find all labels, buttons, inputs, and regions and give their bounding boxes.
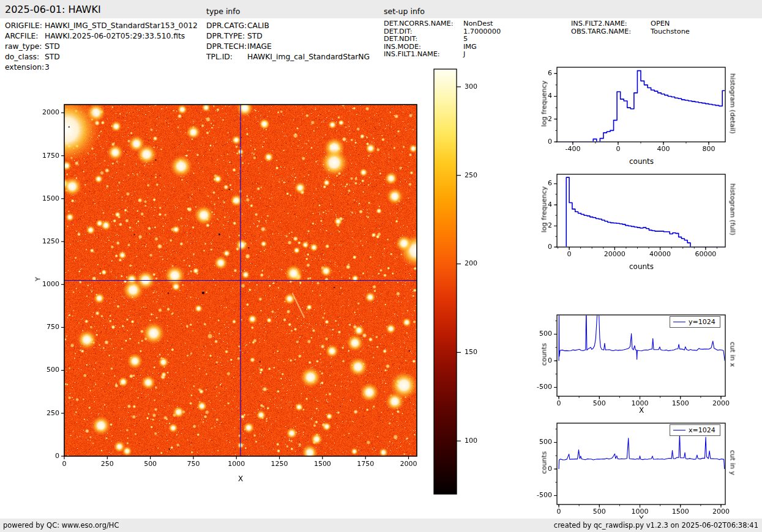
file-info-row: raw_type: STD (5, 42, 198, 52)
header-bar (0, 0, 762, 18)
colorbar (430, 63, 488, 501)
setup-info-row: DET.NCORRS.NAME: NonDest (384, 20, 501, 28)
file-info-row: ARCFILE: HAWKI.2025-06-02T05:29:33.510.f… (5, 31, 198, 42)
field-label: INS.FILT1.NAME: (384, 51, 463, 59)
setup-info-block: DET.NCORRS.NAME: NonDest DET.DIT: 1.7000… (384, 20, 501, 59)
field-label: extension: (5, 62, 45, 73)
histogram-full-right-label: histogram (full) (729, 167, 737, 253)
page-title: 2025-06-01: HAWKI (5, 4, 101, 15)
cut-x-legend: y=1024 (670, 316, 720, 328)
histogram-full-xlabel: counts (611, 262, 672, 271)
field-value: 3 (45, 62, 50, 73)
field-label: DPR.TYPE: (206, 31, 247, 42)
histogram-full-ylabel: log frequency (540, 173, 548, 246)
field-value: 1.7000000 (463, 28, 501, 36)
cut-y-legend: x=1024 (670, 424, 720, 436)
footer-bar: powered by QC: www.eso.org/HC created by… (0, 519, 762, 532)
footer-powered-by: powered by QC: www.eso.org/HC (3, 521, 119, 530)
type-info-row: TPL.ID: HAWKI_img_cal_StandardStarNG (206, 52, 370, 62)
field-value: STD (45, 42, 60, 52)
main-yaxis-label: Y (34, 243, 42, 316)
field-value: HAWKI.2025-06-02T05:29:33.510.fits (45, 31, 185, 42)
field-label: OBS.TARG.NAME: (571, 28, 651, 36)
field-label: ARCFILE: (5, 31, 45, 42)
field-label: TPL.ID: (206, 52, 247, 62)
legend-label: y=1024 (689, 318, 715, 326)
histogram-detail-ylabel: log frequency (540, 67, 548, 141)
legend-label: x=1024 (689, 426, 715, 434)
field-label: raw_type: (5, 42, 45, 52)
setup-info-row: INS.FILT2.NAME: OPEN (571, 20, 690, 28)
file-info-row: ORIGFILE: HAWKI_IMG_STD_StandardStar153_… (5, 21, 198, 31)
cut-y-ylabel: counts (540, 426, 548, 500)
setup-info-row: INS.FILT1.NAME: J (384, 51, 501, 59)
field-value: HAWKI_img_cal_StandardStarNG (247, 52, 370, 62)
field-value: STD (247, 31, 263, 42)
field-label: ORIGFILE: (5, 21, 45, 31)
type-info-row: DPR.CATG: CALIB (206, 21, 370, 31)
star-field-image (35, 98, 428, 489)
field-value: J (463, 51, 465, 59)
file-info-row: extension: 3 (5, 62, 198, 73)
legend-line-swatch (673, 430, 685, 430)
type-info-heading: type info (206, 7, 240, 16)
field-value: IMAGE (247, 42, 272, 52)
file-info-block: ORIGFILE: HAWKI_IMG_STD_StandardStar153_… (5, 21, 198, 73)
field-value: IMG (463, 43, 477, 51)
field-label: DPR.CATG: (206, 21, 247, 31)
setup-info-row: OBS.TARG.NAME: Touchstone (571, 28, 690, 36)
file-info-row: do_class: STD (5, 52, 198, 62)
type-info-row: DPR.TYPE: STD (206, 31, 370, 42)
field-label: DPR.TECH: (206, 42, 247, 52)
field-value: 5 (463, 35, 468, 43)
setup-info-block-2: INS.FILT2.NAME: OPEN OBS.TARG.NAME: Touc… (571, 20, 690, 35)
field-label: do_class: (5, 52, 45, 62)
field-value: NonDest (463, 20, 493, 28)
histogram-detail-chart (532, 59, 730, 157)
cut-x-xlabel: X (611, 406, 672, 415)
field-value: Touchstone (651, 28, 690, 36)
type-info-row: DPR.TECH: IMAGE (206, 42, 370, 52)
cut-x-right-label: cut in x (729, 312, 737, 397)
cut-y-right-label: cut in y (729, 420, 737, 506)
cut-x-ylabel: counts (540, 318, 548, 391)
field-value: HAWKI_IMG_STD_StandardStar153_0012 (45, 21, 198, 31)
qc-report-page: 2025-06-01: HAWKI type info set-up info … (0, 0, 762, 532)
setup-info-row: DET.NDIT: 5 (384, 35, 501, 43)
histogram-full-chart (532, 166, 730, 264)
field-value: STD (45, 52, 60, 62)
footer-created-by: created by qc_rawdisp.py v1.2.3 on 2025-… (554, 521, 758, 530)
histogram-detail-right-label: histogram (detail) (729, 61, 737, 147)
field-label: DET.NDIT: (384, 35, 463, 43)
field-value: CALIB (247, 21, 269, 31)
setup-info-heading: set-up info (384, 7, 425, 16)
main-xaxis-label: X (210, 475, 271, 483)
histogram-detail-xlabel: counts (611, 157, 672, 166)
type-info-block: DPR.CATG: CALIB DPR.TYPE: STD DPR.TECH: … (206, 21, 370, 62)
field-label: DET.NCORRS.NAME: (384, 20, 463, 28)
field-value: OPEN (651, 20, 670, 28)
legend-line-swatch (673, 322, 685, 322)
field-label: INS.FILT2.NAME: (571, 20, 651, 28)
